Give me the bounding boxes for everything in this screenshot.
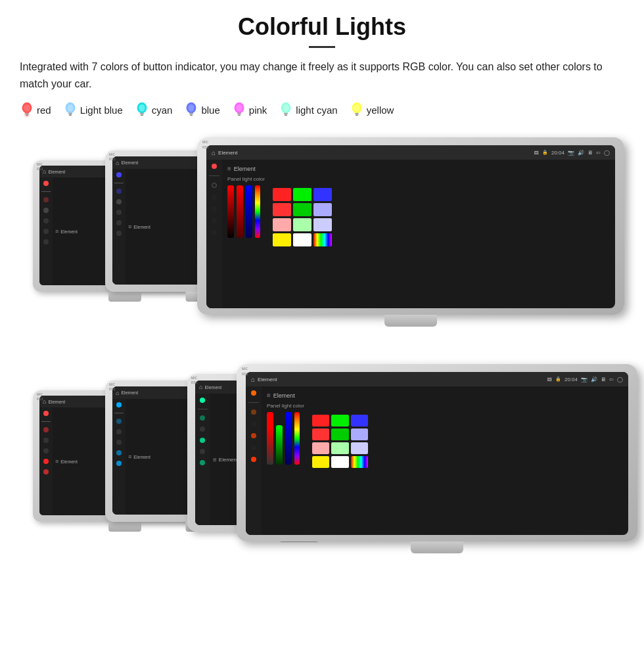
bulb-icon-yellow [350,101,364,118]
svg-point-10 [139,104,145,112]
device-stand-1 [108,292,141,302]
svg-rect-16 [191,115,193,116]
bulb-icon-cyan [135,101,149,118]
svg-rect-23 [285,113,288,115]
device-stand-7 [411,542,463,553]
color-label-yellow: yellow [367,104,394,116]
bulb-icon-pink [232,101,246,118]
svg-rect-11 [140,113,144,115]
svg-point-6 [67,104,73,112]
color-label-blue: blue [201,104,219,116]
color-item-yellow: yellow [350,101,394,118]
svg-point-18 [236,104,242,112]
page-wrapper: Colorful Lights Integrated with 7 colors… [0,0,644,601]
color-label-pink: pink [249,104,267,116]
color-label-cyan: cyan [152,104,173,116]
svg-point-22 [283,104,289,112]
bulb-icon-red [20,101,34,118]
svg-rect-19 [237,113,241,115]
color-item-lightcyan: light cyan [279,101,337,118]
svg-point-4 [24,112,30,118]
svg-rect-24 [285,115,287,116]
color-item-lightblue: Light blue [63,101,123,118]
svg-rect-15 [190,113,194,115]
color-label-lightcyan: light cyan [296,104,337,116]
svg-point-14 [189,104,195,112]
device-group-lower: MICRS1 ⌂ Element [20,364,624,568]
device-screen-3: ⌂ Element 🖼 🔒 20:04 📷 🔊 🖥 ⇦ ◯ [206,145,615,308]
device-card-7: MICRS1 ⌂ Element 🖼 🔒 20:04 📷 🔊 🖥 [237,364,637,542]
color-item-pink: pink [232,101,267,118]
device-card-3: MICRS1 ⌂ Element 🖼 🔒 20:04 📷 🔊 🖥 [197,137,624,315]
svg-point-26 [354,104,359,112]
device-stand-3 [384,315,437,327]
page-title: Colorful Lights [20,13,624,41]
svg-rect-20 [238,115,241,116]
bulb-icon-blue [184,101,198,118]
color-indicators-row: red Light blue cyan [20,101,624,118]
color-item-red: red [20,101,51,118]
title-divider [309,46,335,48]
color-item-cyan: cyan [135,101,173,118]
svg-rect-28 [356,115,358,116]
svg-rect-12 [141,115,143,116]
svg-point-1 [24,104,30,112]
color-label-lightblue: Light blue [80,104,123,116]
color-item-blue: blue [184,101,219,118]
color-label-red: red [37,104,51,116]
svg-rect-27 [355,113,359,115]
bulb-icon-lightblue [63,101,78,118]
device-group-upper: MICRS1 ⌂ Element [20,134,624,338]
bulb-icon-lightcyan [279,101,293,118]
description: Integrated with 7 colors of button indic… [20,58,624,92]
device-screen-7: ⌂ Element 🖼 🔒 20:04 📷 🔊 🖥 ⇦ ◯ [246,372,628,535]
svg-rect-8 [69,115,72,116]
device-stand-4 [108,522,141,532]
svg-rect-7 [68,113,72,115]
